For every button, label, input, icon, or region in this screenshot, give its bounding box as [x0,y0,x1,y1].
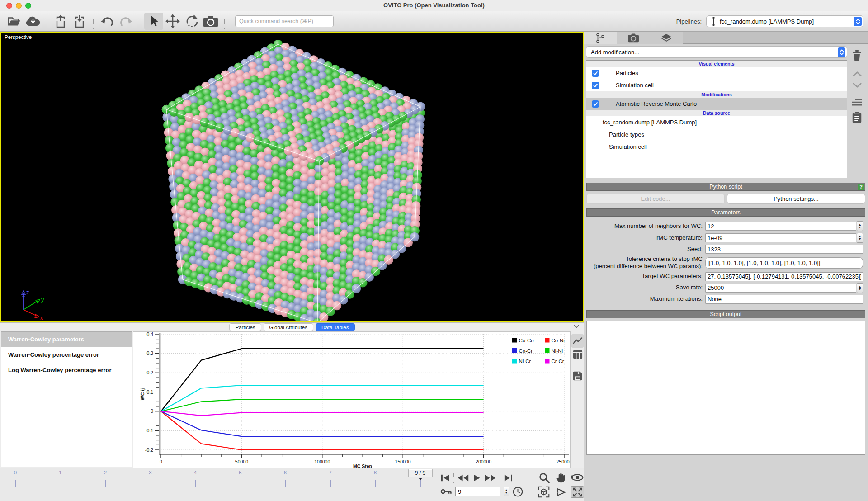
simulation-cell-visibility-checkbox[interactable] [592,82,599,89]
script-output-header: Script output [586,310,865,318]
list-item-wc-percentage-error[interactable]: Warren-Cowley percentage error [1,347,132,363]
timeline-slider-marker[interactable] [419,478,422,480]
add-modification-dropdown[interactable]: Add modification... [586,46,847,58]
cloud-import-icon [25,15,41,27]
list-item-log-wc-percentage-error[interactable]: Log Warren-Cowley percentage error [1,363,132,378]
pipeline-item-atomistic-rmc[interactable]: Atomistic Reverse Monte Carlo [586,98,847,110]
list-item-wc-parameters[interactable]: Warren-Cowley parameters [1,332,132,347]
rmc-temperature-input[interactable] [705,233,856,242]
rmc-enabled-checkbox[interactable] [592,100,599,108]
pipeline-listbox: Visual elements Particles Simulation cel… [586,60,847,178]
up-down-chevrons-icon [839,48,844,56]
maximize-viewport-button[interactable] [571,486,584,498]
pipeline-branch-icon [595,33,606,43]
target-wc-parameters-input[interactable] [705,272,863,281]
save-rate-spinner[interactable]: ▲▼ [857,283,863,293]
particles-visibility-checkbox[interactable] [592,70,599,77]
pipeline-item-particles[interactable]: Particles [586,67,847,79]
frame-spinner[interactable]: ▲▼ [504,487,509,496]
up-down-chevrons-icon [855,18,861,25]
zoom-scene-extents-button[interactable] [537,486,551,498]
save-session-state-button[interactable] [70,13,89,30]
timeline-ruler[interactable]: 0123456789 / 9 [0,468,435,501]
animation-settings-button[interactable] [513,487,523,497]
move-mode-button[interactable] [163,13,182,30]
main-toolbar: Pipelines: fcc_random.dump [LAMMPS Dump] [0,11,868,32]
undo-button[interactable] [98,13,117,30]
move-modifier-up-button[interactable] [852,71,863,77]
pipeline-selector-dropdown[interactable]: fcc_random.dump [LAMMPS Dump] [706,15,863,27]
play-animation-button[interactable] [472,474,481,482]
rotate-mode-button[interactable] [182,13,201,30]
max-neighbors-input[interactable] [705,222,856,231]
table-icon [572,350,583,359]
chart-toolbar-separator [573,365,583,365]
timeline-frame-label: 4 [194,470,197,475]
save-rate-input[interactable] [705,284,856,293]
pan-mode-button[interactable] [554,472,567,483]
data-inspector-tabs: Particles Global Attributes Data Tables [0,323,584,331]
tab-render[interactable] [617,32,650,44]
jump-to-end-button[interactable] [503,474,513,482]
timeline-tick [330,480,331,487]
maximize-icon [572,487,583,498]
tab-global-attributes[interactable]: Global Attributes [264,323,313,331]
data-table-list: Warren-Cowley parameters Warren-Cowley p… [1,331,132,467]
play-icon [472,474,481,482]
export-chart-button[interactable] [571,369,584,383]
python-settings-button[interactable]: Python settings... [727,194,865,204]
move-modifier-down-button[interactable] [852,82,863,88]
seed-input[interactable] [705,245,863,254]
quick-command-search-input[interactable] [235,15,334,27]
pipeline-item-data-source-file[interactable]: fcc_random.dump [LAMMPS Dump] [586,116,847,128]
toggle-modifier-list-button[interactable] [851,98,863,107]
orbit-mode-button[interactable] [571,472,584,483]
max-neighbors-spinner[interactable]: ▲▼ [857,221,863,231]
viewport-menu-label[interactable]: Perspective [5,34,32,40]
timeline-frame-label: 7 [329,470,331,475]
help-button[interactable]: ? [858,184,864,190]
select-mode-icon [148,15,159,28]
tab-overlays[interactable] [650,32,683,44]
perspective-fov-button[interactable] [554,486,567,498]
pipeline-item-cell[interactable]: Simulation cell [586,141,847,153]
svg-text:50000: 50000 [235,459,248,464]
side-strip-separator [851,93,863,93]
pipeline-item-simulation-cell[interactable]: Simulation cell [586,79,847,91]
tolerance-criteria-input[interactable] [705,257,863,269]
add-modification-stepper[interactable] [838,47,845,57]
viewport-3d[interactable]: Perspective z y x [0,32,584,322]
tab-particles[interactable]: Particles [229,323,261,331]
open-file-button[interactable] [5,13,24,30]
svg-text:100000: 100000 [314,459,330,464]
save-icon [572,371,583,381]
copy-pipeline-button[interactable] [852,111,862,123]
auto-key-button[interactable] [440,488,452,495]
delete-modifier-button[interactable] [852,50,862,61]
check-icon [593,71,598,76]
table-view-button[interactable] [571,348,584,361]
zoom-mode-button[interactable] [537,472,551,483]
load-session-state-button[interactable] [51,13,70,30]
tab-pipeline[interactable] [584,32,617,44]
svg-text:-0.1: -0.1 [145,428,153,433]
rmc-temperature-spinner[interactable]: ▲▼ [857,233,863,243]
transport-separator [453,473,454,483]
collapse-panel-chevron-icon[interactable] [573,324,580,329]
pipeline-item-particle-types[interactable]: Particle types [586,128,847,141]
pipeline-dropdown-stepper[interactable] [854,17,862,26]
render-camera-icon [203,15,218,28]
import-remote-file-button[interactable] [24,13,42,30]
next-frame-button[interactable] [484,474,496,482]
chart-view-button[interactable] [571,334,584,348]
render-button[interactable] [201,13,220,30]
current-frame-indicator[interactable]: 9 / 9 [408,469,433,477]
skip-start-icon [440,474,450,482]
select-mode-button[interactable] [144,13,163,30]
tab-data-tables[interactable]: Data Tables [316,323,355,331]
current-frame-input[interactable] [455,487,500,496]
redo-button[interactable] [117,13,136,30]
jump-to-start-button[interactable] [440,474,450,482]
maximum-iterations-input[interactable] [705,295,863,304]
previous-frame-button[interactable] [457,474,469,482]
